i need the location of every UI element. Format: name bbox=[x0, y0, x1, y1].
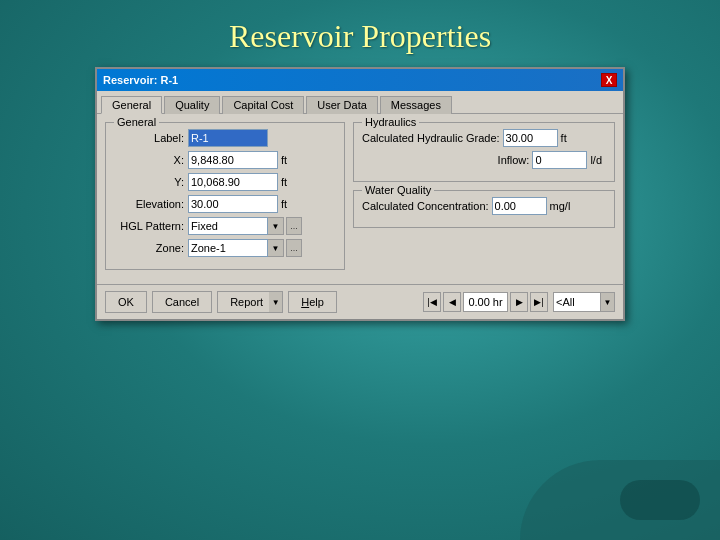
report-button[interactable]: Report bbox=[217, 291, 269, 313]
elevation-unit: ft bbox=[281, 198, 287, 210]
dialog-footer: OK Cancel Report ▼ Help |◀ ◀ ▶ ▶| ▼ bbox=[97, 284, 623, 319]
tab-user-data[interactable]: User Data bbox=[306, 96, 378, 114]
hgl-select[interactable] bbox=[188, 217, 268, 235]
zone-select[interactable] bbox=[188, 239, 268, 257]
y-unit: ft bbox=[281, 176, 287, 188]
label-field-label: Label: bbox=[114, 132, 184, 144]
hydraulic-grade-input[interactable] bbox=[503, 129, 558, 147]
x-row: X: ft bbox=[114, 151, 336, 169]
tab-general[interactable]: General bbox=[101, 96, 162, 114]
report-dropdown-btn[interactable]: ▼ bbox=[269, 291, 283, 313]
water-quality-group: Water Quality Calculated Concentration: … bbox=[353, 190, 615, 228]
cancel-button[interactable]: Cancel bbox=[152, 291, 212, 313]
zone-dropdown-btn[interactable]: ▼ bbox=[268, 239, 284, 257]
hydraulics-group: Hydraulics Calculated Hydraulic Grade: f… bbox=[353, 122, 615, 182]
zone-field-label: Zone: bbox=[114, 242, 184, 254]
tab-messages[interactable]: Messages bbox=[380, 96, 452, 114]
nav-next-button[interactable]: ▶ bbox=[510, 292, 528, 312]
concentration-label: Calculated Concentration: bbox=[362, 200, 489, 212]
x-input[interactable] bbox=[188, 151, 278, 169]
y-row: Y: ft bbox=[114, 173, 336, 191]
inflow-label: Inflow: bbox=[498, 154, 530, 166]
nav-filter-dropdown-btn[interactable]: ▼ bbox=[601, 292, 615, 312]
zone-select-wrapper: ▼ … bbox=[188, 239, 302, 257]
concentration-input[interactable] bbox=[492, 197, 547, 215]
dialog-title: Reservoir: R-1 bbox=[103, 74, 178, 86]
elevation-field-label: Elevation: bbox=[114, 198, 184, 210]
inflow-row: Inflow: l/d bbox=[362, 151, 606, 169]
nav-filter-wrapper: ▼ bbox=[553, 292, 615, 312]
inflow-unit: l/d bbox=[590, 154, 602, 166]
nav-filter-input[interactable] bbox=[553, 292, 601, 312]
dialog-window: Reservoir: R-1 X General Quality Capital… bbox=[95, 67, 625, 321]
y-field-label: Y: bbox=[114, 176, 184, 188]
close-button[interactable]: X bbox=[601, 73, 617, 87]
hgl-dropdown-btn[interactable]: ▼ bbox=[268, 217, 284, 235]
help-rest: elp bbox=[309, 296, 324, 308]
left-panel: General Label: X: ft Y: ft bbox=[105, 122, 345, 276]
title-bar: Reservoir: R-1 X bbox=[97, 69, 623, 91]
hgl-row: HGL Pattern: ▼ … bbox=[114, 217, 336, 235]
ok-button[interactable]: OK bbox=[105, 291, 147, 313]
tab-quality[interactable]: Quality bbox=[164, 96, 220, 114]
concentration-row: Calculated Concentration: mg/l bbox=[362, 197, 606, 215]
hgl-select-wrapper: ▼ … bbox=[188, 217, 302, 235]
x-unit: ft bbox=[281, 154, 287, 166]
hgl-field-label: HGL Pattern: bbox=[114, 220, 184, 232]
elevation-input[interactable] bbox=[188, 195, 278, 213]
tab-bar: General Quality Capital Cost User Data M… bbox=[97, 91, 623, 114]
nav-prev-button[interactable]: ◀ bbox=[443, 292, 461, 312]
right-panel: Hydraulics Calculated Hydraulic Grade: f… bbox=[353, 122, 615, 276]
report-button-wrapper: Report ▼ bbox=[217, 291, 283, 313]
elevation-row: Elevation: ft bbox=[114, 195, 336, 213]
zone-row: Zone: ▼ … bbox=[114, 239, 336, 257]
zone-browse-btn[interactable]: … bbox=[286, 239, 302, 257]
help-underline-h: H bbox=[301, 296, 309, 308]
concentration-unit: mg/l bbox=[550, 200, 571, 212]
hydraulic-grade-row: Calculated Hydraulic Grade: ft bbox=[362, 129, 606, 147]
dialog-content: General Label: X: ft Y: ft bbox=[97, 114, 623, 284]
label-row: Label: bbox=[114, 129, 336, 147]
general-group: General Label: X: ft Y: ft bbox=[105, 122, 345, 270]
hydraulic-grade-label: Calculated Hydraulic Grade: bbox=[362, 132, 500, 144]
tab-capital-cost[interactable]: Capital Cost bbox=[222, 96, 304, 114]
general-group-title: General bbox=[114, 116, 159, 128]
nav-time-input[interactable] bbox=[463, 292, 508, 312]
y-input[interactable] bbox=[188, 173, 278, 191]
nav-last-button[interactable]: ▶| bbox=[530, 292, 548, 312]
hgl-browse-btn[interactable]: … bbox=[286, 217, 302, 235]
hydraulic-grade-unit: ft bbox=[561, 132, 567, 144]
water-quality-group-title: Water Quality bbox=[362, 184, 434, 196]
page-title: Reservoir Properties bbox=[0, 0, 720, 67]
nav-first-button[interactable]: |◀ bbox=[423, 292, 441, 312]
hydraulics-group-title: Hydraulics bbox=[362, 116, 419, 128]
nav-controls: |◀ ◀ ▶ ▶| ▼ bbox=[423, 292, 615, 312]
x-field-label: X: bbox=[114, 154, 184, 166]
label-input[interactable] bbox=[188, 129, 268, 147]
help-button[interactable]: Help bbox=[288, 291, 337, 313]
inflow-input[interactable] bbox=[532, 151, 587, 169]
